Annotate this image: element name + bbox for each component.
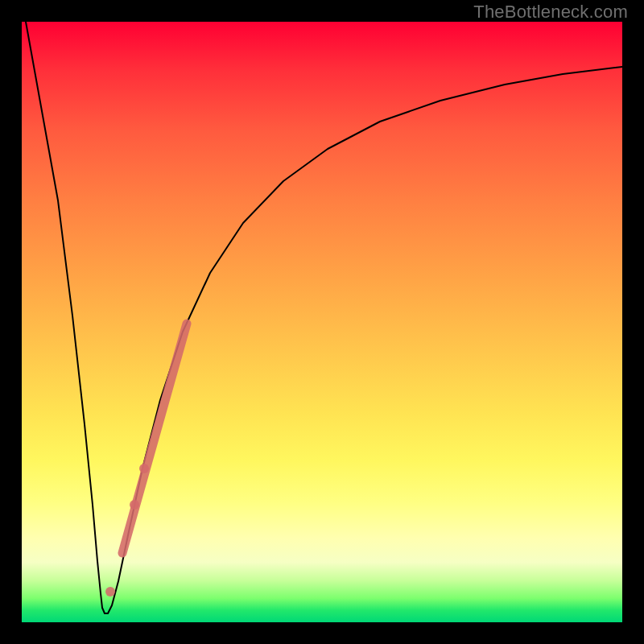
highlight-segment xyxy=(122,324,187,553)
bottleneck-curve xyxy=(26,22,622,613)
watermark-text: TheBottleneck.com xyxy=(473,2,628,23)
chart-frame: TheBottleneck.com xyxy=(0,0,644,644)
annotation-dot-3 xyxy=(139,464,149,473)
annotation-dot-2 xyxy=(130,500,139,510)
annotation-dot-1 xyxy=(105,587,115,597)
chart-overlay xyxy=(22,22,622,622)
